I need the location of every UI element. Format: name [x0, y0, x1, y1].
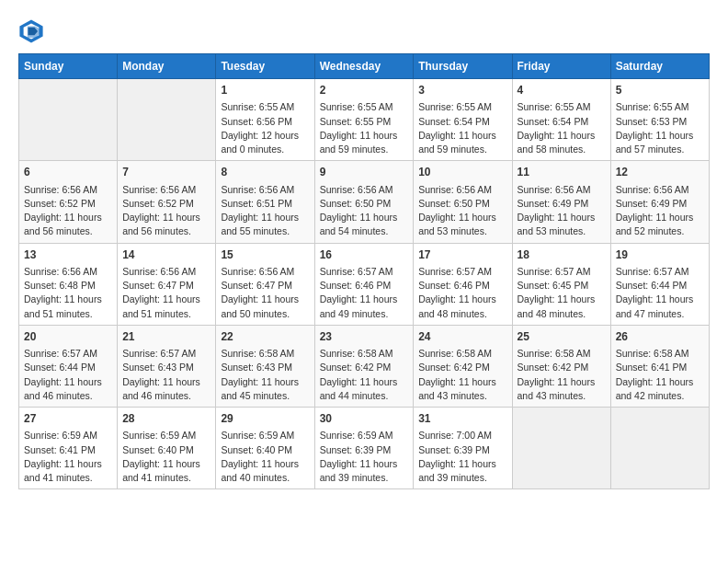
day-info: Sunrise: 6:55 AM — [221, 100, 309, 114]
day-info: and 43 minutes. — [418, 389, 506, 403]
day-info: Sunset: 6:49 PM — [518, 197, 606, 211]
day-info: and 0 minutes. — [221, 143, 309, 156]
day-cell: 17Sunrise: 6:57 AMSunset: 6:46 PMDayligh… — [414, 243, 512, 325]
day-info: Sunset: 6:39 PM — [320, 443, 409, 457]
day-cell: 13Sunrise: 6:56 AMSunset: 6:48 PMDayligh… — [19, 243, 118, 325]
day-info: Sunset: 6:42 PM — [320, 361, 409, 374]
day-info: and 44 minutes. — [320, 389, 409, 403]
logo-icon — [18, 18, 44, 44]
day-info: Sunrise: 6:57 AM — [122, 347, 210, 361]
day-number: 13 — [24, 247, 112, 263]
day-info: Daylight: 11 hours — [221, 211, 309, 224]
day-info: Sunrise: 6:57 AM — [320, 265, 409, 279]
day-number: 26 — [616, 329, 704, 345]
day-info: and 53 minutes. — [518, 224, 606, 238]
day-number: 29 — [221, 411, 309, 427]
day-cell: 9Sunrise: 6:56 AMSunset: 6:50 PMDaylight… — [314, 161, 414, 243]
day-number: 3 — [418, 83, 506, 98]
day-info: Sunrise: 6:59 AM — [24, 429, 112, 442]
day-info: Sunset: 6:49 PM — [616, 197, 704, 211]
page-header — [18, 18, 710, 44]
day-info: Daylight: 11 hours — [418, 129, 506, 143]
day-info: Daylight: 11 hours — [24, 375, 112, 389]
day-info: Sunrise: 7:00 AM — [418, 429, 506, 442]
day-cell: 24Sunrise: 6:58 AMSunset: 6:42 PMDayligh… — [414, 325, 512, 407]
day-cell: 16Sunrise: 6:57 AMSunset: 6:46 PMDayligh… — [314, 243, 414, 325]
day-info: Sunrise: 6:55 AM — [518, 100, 606, 114]
column-header-sunday: Sunday — [19, 54, 118, 79]
day-info: and 41 minutes. — [122, 471, 210, 485]
day-info: Daylight: 11 hours — [221, 375, 309, 389]
day-cell — [19, 79, 118, 161]
week-row-2: 6Sunrise: 6:56 AMSunset: 6:52 PMDaylight… — [19, 161, 710, 243]
day-info: Daylight: 11 hours — [320, 293, 409, 306]
day-info: Daylight: 11 hours — [616, 375, 704, 389]
day-cell: 7Sunrise: 6:56 AMSunset: 6:52 PMDaylight… — [118, 161, 216, 243]
day-info: Daylight: 11 hours — [122, 293, 210, 306]
day-info: Daylight: 11 hours — [518, 211, 606, 224]
day-info: and 46 minutes. — [122, 389, 210, 403]
day-info: and 39 minutes. — [418, 471, 506, 485]
day-info: Daylight: 11 hours — [320, 211, 409, 224]
day-info: Sunset: 6:40 PM — [221, 443, 309, 457]
day-number: 12 — [616, 165, 704, 180]
day-info: Sunset: 6:44 PM — [24, 361, 112, 374]
day-info: Sunset: 6:53 PM — [616, 115, 704, 129]
day-info: Sunrise: 6:58 AM — [518, 347, 606, 361]
day-number: 4 — [518, 83, 606, 98]
day-info: Sunset: 6:41 PM — [616, 361, 704, 374]
day-cell — [118, 79, 216, 161]
day-cell — [512, 408, 610, 489]
day-info: Sunrise: 6:56 AM — [616, 183, 704, 197]
day-cell: 14Sunrise: 6:56 AMSunset: 6:47 PMDayligh… — [118, 243, 216, 325]
day-number: 24 — [418, 329, 506, 345]
day-info: Daylight: 11 hours — [418, 211, 506, 224]
column-header-wednesday: Wednesday — [314, 54, 414, 79]
day-info: and 48 minutes. — [518, 307, 606, 321]
day-info: Daylight: 11 hours — [221, 293, 309, 306]
day-number: 17 — [418, 247, 506, 263]
day-cell: 6Sunrise: 6:56 AMSunset: 6:52 PMDaylight… — [19, 161, 118, 243]
day-info: and 53 minutes. — [418, 224, 506, 238]
day-number: 2 — [320, 83, 409, 98]
day-cell — [610, 408, 709, 489]
day-info: Daylight: 11 hours — [320, 457, 409, 471]
day-info: Sunset: 6:54 PM — [418, 115, 506, 129]
day-cell: 31Sunrise: 7:00 AMSunset: 6:39 PMDayligh… — [414, 408, 512, 489]
day-cell: 29Sunrise: 6:59 AMSunset: 6:40 PMDayligh… — [216, 408, 314, 489]
day-info: Sunset: 6:50 PM — [418, 197, 506, 211]
day-info: Sunrise: 6:59 AM — [122, 429, 210, 442]
day-info: Sunrise: 6:57 AM — [418, 265, 506, 279]
day-number: 25 — [518, 329, 606, 345]
day-info: Sunrise: 6:56 AM — [518, 183, 606, 197]
day-info: Sunrise: 6:55 AM — [418, 100, 506, 114]
day-info: Sunrise: 6:57 AM — [616, 265, 704, 279]
day-info: Daylight: 11 hours — [122, 457, 210, 471]
day-info: Sunrise: 6:58 AM — [418, 347, 506, 361]
day-cell: 15Sunrise: 6:56 AMSunset: 6:47 PMDayligh… — [216, 243, 314, 325]
day-info: Daylight: 11 hours — [24, 211, 112, 224]
column-header-tuesday: Tuesday — [216, 54, 314, 79]
day-info: Sunset: 6:48 PM — [24, 279, 112, 293]
day-number: 8 — [221, 165, 309, 180]
day-number: 9 — [320, 165, 409, 180]
day-info: and 42 minutes. — [616, 389, 704, 403]
day-info: and 59 minutes. — [418, 143, 506, 156]
day-info: Daylight: 11 hours — [24, 457, 112, 471]
day-info: Sunrise: 6:56 AM — [418, 183, 506, 197]
week-row-1: 1Sunrise: 6:55 AMSunset: 6:56 PMDaylight… — [19, 79, 710, 161]
day-info: Daylight: 11 hours — [518, 293, 606, 306]
day-cell: 22Sunrise: 6:58 AMSunset: 6:43 PMDayligh… — [216, 325, 314, 407]
day-info: and 41 minutes. — [24, 471, 112, 485]
day-info: and 59 minutes. — [320, 143, 409, 156]
day-info: Sunset: 6:43 PM — [122, 361, 210, 374]
day-info: Sunrise: 6:59 AM — [221, 429, 309, 442]
calendar-table: SundayMondayTuesdayWednesdayThursdayFrid… — [18, 53, 710, 489]
day-info: Daylight: 11 hours — [518, 375, 606, 389]
day-info: Daylight: 11 hours — [616, 129, 704, 143]
day-info: and 46 minutes. — [24, 389, 112, 403]
day-number: 1 — [221, 83, 309, 98]
day-info: Sunset: 6:47 PM — [221, 279, 309, 293]
day-cell: 12Sunrise: 6:56 AMSunset: 6:49 PMDayligh… — [610, 161, 709, 243]
logo — [18, 18, 48, 44]
